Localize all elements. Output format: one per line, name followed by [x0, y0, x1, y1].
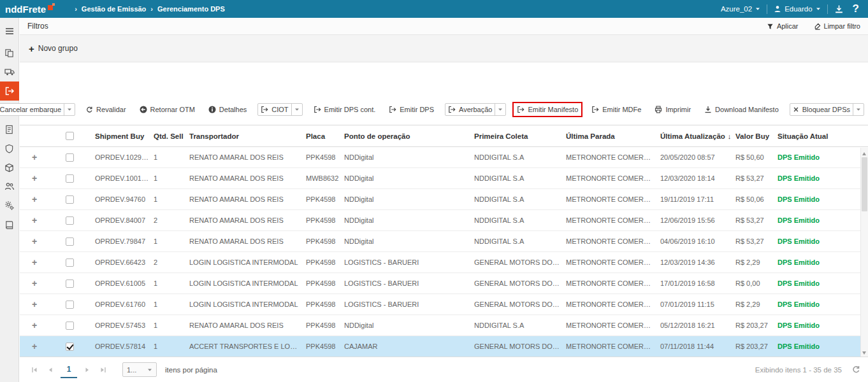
environment-selector[interactable]: Azure_02: [721, 5, 760, 13]
table-row[interactable]: +OPRDEV.574531RENATO AMARAL DOS REISPPK4…: [20, 315, 868, 336]
sidebar-item-emission[interactable]: [0, 81, 19, 101]
block-dps-button-dropdown[interactable]: [853, 104, 864, 115]
emit-mdfe-button[interactable]: Emitir MDFe: [589, 104, 644, 115]
expand-row-icon[interactable]: +: [20, 152, 49, 162]
col-header-ultima_parada[interactable]: Última Parada: [561, 132, 655, 140]
refresh-grid-button[interactable]: [852, 365, 860, 374]
cell-ultima_atualizacao: 17/01/2019 16:58: [655, 279, 730, 287]
current-page-button[interactable]: 1: [61, 361, 77, 378]
expand-row-icon[interactable]: +: [20, 341, 49, 351]
averbacao-button-dropdown[interactable]: [495, 104, 505, 115]
sidebar-item-reports[interactable]: [0, 215, 19, 234]
expand-row-icon[interactable]: +: [20, 299, 49, 309]
emit-manifesto-button[interactable]: Emitir Manifesto: [514, 104, 581, 115]
revalidate-button[interactable]: Revalidar: [83, 104, 128, 115]
first-page-button[interactable]: [27, 363, 41, 377]
col-header-ultima_atualizacao[interactable]: Última Atualização↓: [655, 132, 730, 140]
next-page-button[interactable]: [80, 363, 94, 377]
row-checkbox[interactable]: [66, 216, 74, 225]
col-header-qtd[interactable]: Qtd. Sell: [148, 132, 184, 140]
row-checkbox[interactable]: [66, 343, 74, 351]
brand[interactable]: nddFrete: [5, 4, 53, 15]
table-row[interactable]: +OPRDEV.578141ACCERT TRANSPORTES E LOGIS…: [20, 336, 868, 357]
vertical-scrollbar[interactable]: [860, 148, 868, 357]
page-size-select[interactable]: 1...: [122, 362, 157, 377]
sidebar-item-package[interactable]: [0, 158, 19, 177]
cell-valor: R$ 50,60: [730, 153, 772, 161]
select-all-checkbox[interactable]: [66, 132, 74, 140]
user-menu[interactable]: Eduardo: [774, 5, 820, 13]
row-checkbox[interactable]: [66, 237, 74, 246]
sidebar-item-transfer[interactable]: [0, 43, 19, 62]
col-header-primeira_coleta[interactable]: Primeira Coleta: [469, 132, 561, 140]
ciot-button-dropdown[interactable]: [291, 104, 302, 115]
expand-row-icon[interactable]: +: [20, 194, 49, 204]
new-group-button[interactable]: + Novo grupo: [29, 44, 78, 53]
row-checkbox[interactable]: [66, 279, 74, 288]
sidebar-item-truck[interactable]: [0, 62, 19, 81]
help-button[interactable]: ?: [850, 3, 862, 15]
scroll-up-icon[interactable]: [861, 148, 868, 156]
return-otm-button[interactable]: Retornar OTM: [137, 104, 198, 115]
expand-row-icon[interactable]: +: [20, 173, 49, 183]
row-checkbox[interactable]: [66, 301, 74, 309]
ciot-button[interactable]: CIOT: [258, 104, 291, 115]
col-header-check[interactable]: [49, 132, 90, 140]
row-checkbox[interactable]: [66, 322, 74, 330]
sidebar-item-menu[interactable]: [0, 22, 19, 41]
cell-valor: R$ 203,27: [730, 343, 772, 350]
table-row[interactable]: +OPRDEV.610051LOGIN LOGISTICA INTERMODAL…: [20, 273, 868, 294]
breadcrumb-gerenciamento-dps[interactable]: Gerenciamento DPS: [157, 5, 225, 13]
scroll-down-icon[interactable]: [861, 348, 868, 356]
expand-row-icon[interactable]: +: [20, 278, 49, 288]
col-header-shipment[interactable]: Shipment Buy: [90, 132, 148, 140]
cell-ponto: LOGISTICS - BARUERI: [339, 279, 469, 287]
sidebar-item-shield[interactable]: [0, 139, 19, 158]
print-button[interactable]: Imprimir: [652, 104, 693, 115]
col-header-transportador[interactable]: Transportador: [184, 132, 301, 140]
block-dps-button[interactable]: Bloquear DPSs: [790, 104, 853, 115]
table-row[interactable]: +OPRDEV.798471RENATO AMARAL DOS REISPPK4…: [20, 231, 868, 252]
breadcrumb-gestao-emissao[interactable]: Gestão de Emissão: [82, 5, 147, 13]
averbacao-button[interactable]: Averbação: [445, 104, 495, 115]
cell-qtd: 1: [148, 237, 184, 245]
cell-placa: PPK4598: [301, 343, 339, 350]
last-page-button[interactable]: [96, 363, 110, 377]
cancel-shipment-button-dropdown[interactable]: [64, 104, 75, 115]
col-header-situacao[interactable]: Situação Atual: [772, 132, 860, 140]
emit-dps-cont-button[interactable]: Emitir DPS cont.: [311, 104, 379, 115]
expand-row-icon[interactable]: +: [20, 320, 49, 330]
apply-filter-button[interactable]: Aplicar: [767, 22, 799, 30]
table-row[interactable]: +OPRDEV.947601RENATO AMARAL DOS REISPPK4…: [20, 189, 868, 210]
row-checkbox[interactable]: [66, 258, 74, 267]
table-row[interactable]: +OPRDEV.664232LOGIN LOGISTICA INTERMODAL…: [20, 252, 868, 273]
download-button[interactable]: [834, 4, 844, 14]
col-header-valor[interactable]: Valor Buy: [730, 132, 772, 140]
col-header-ponto[interactable]: Ponto de operação: [339, 132, 469, 140]
expand-row-icon[interactable]: +: [20, 215, 49, 225]
table-row[interactable]: +OPRDEV.840072RENATO AMARAL DOS REISPPK4…: [20, 210, 868, 231]
expand-row-icon[interactable]: +: [20, 257, 49, 267]
table-row[interactable]: +OPRDEV.1001401RENATO AMARAL DOS REISMWB…: [20, 168, 868, 189]
sidebar-item-invoice[interactable]: [0, 120, 19, 139]
cell-expand: +: [20, 320, 49, 330]
row-checkbox[interactable]: [66, 174, 74, 183]
expand-row-icon[interactable]: +: [20, 236, 49, 246]
col-header-placa[interactable]: Placa: [301, 132, 339, 140]
sidebar-item-users[interactable]: [0, 177, 19, 196]
page-last-icon: [100, 367, 106, 373]
table-row[interactable]: +OPRDEV.617601LOGIN LOGISTICA INTERMODAL…: [20, 294, 868, 315]
clear-filter-button[interactable]: Limpar filtro: [814, 22, 860, 30]
cell-ultima_atualizacao: 04/06/2019 16:10: [655, 237, 730, 245]
scrollbar-thumb[interactable]: [862, 157, 867, 211]
sidebar-item-settings[interactable]: [0, 196, 19, 215]
row-checkbox[interactable]: [66, 153, 74, 162]
download-manifesto-button[interactable]: Download Manifesto: [702, 104, 781, 115]
table-row[interactable]: +OPRDEV.1029481RENATO AMARAL DOS REISPPK…: [20, 147, 868, 168]
cancel-shipment-button[interactable]: Cancelar embarque: [0, 104, 64, 115]
cell-ponto: NDDigital: [339, 174, 469, 182]
details-button[interactable]: Detalhes: [206, 104, 249, 115]
emit-dps-button[interactable]: Emitir DPS: [386, 104, 437, 115]
previous-page-button[interactable]: [43, 363, 57, 377]
row-checkbox[interactable]: [66, 195, 74, 204]
